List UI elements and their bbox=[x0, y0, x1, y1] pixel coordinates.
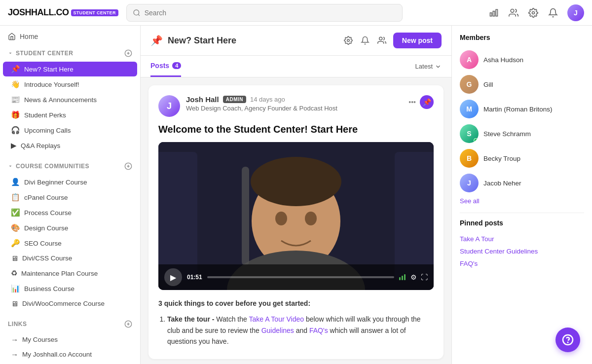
post-menu[interactable]: ••• 📌 bbox=[408, 95, 434, 109]
sidebar-item-my-courses[interactable]: → My Courses bbox=[3, 332, 137, 347]
see-all-members[interactable]: See all bbox=[460, 197, 584, 205]
people-icon[interactable] bbox=[508, 7, 519, 18]
sidebar-item-divicss[interactable]: 🖥 Divi/CSS Course bbox=[3, 251, 137, 265]
member-becky[interactable]: B Becky Troup bbox=[460, 146, 584, 171]
post-subtitle: Web Design Coach, Agency Founder & Podca… bbox=[186, 105, 403, 112]
video-player[interactable]: ▶ 01:51 ⚙ ⛶ bbox=[158, 142, 434, 290]
sidebar-item-news[interactable]: 📰 News & Announcements bbox=[3, 92, 137, 107]
post-time: 14 days ago bbox=[250, 96, 285, 103]
play-button[interactable]: ▶ bbox=[164, 268, 182, 286]
sidebar-item-label: My Courses bbox=[22, 336, 58, 343]
fullscreen-icon[interactable]: ⛶ bbox=[421, 273, 428, 281]
video-progress-bar[interactable] bbox=[207, 276, 394, 278]
svg-marker-11 bbox=[9, 166, 12, 167]
guidelines-link[interactable]: Guidelines bbox=[261, 327, 294, 334]
members-section-title: Members bbox=[460, 34, 584, 41]
sidebar-item-label: My Joshhall.co Account bbox=[22, 351, 92, 358]
add-course-icon[interactable] bbox=[124, 162, 132, 170]
new-start-icon: 📌 bbox=[11, 65, 20, 73]
help-button[interactable] bbox=[555, 328, 580, 352]
new-post-button[interactable]: New post bbox=[393, 33, 442, 48]
add-link-icon[interactable] bbox=[124, 320, 132, 328]
sidebar-item-recommended-tools[interactable]: → Josh's Recommended Tools bbox=[3, 362, 137, 364]
search-input[interactable] bbox=[145, 9, 396, 17]
svg-point-27 bbox=[305, 212, 317, 225]
sidebar-home[interactable]: Home bbox=[0, 26, 140, 44]
channel-settings-icon[interactable] bbox=[343, 35, 354, 46]
sidebar-item-label: Introduce Yourself! bbox=[24, 81, 79, 88]
video-controls[interactable]: ▶ 01:51 ⚙ ⛶ bbox=[158, 264, 434, 290]
pin-badge: 📌 bbox=[420, 95, 434, 109]
logo-badge: STUDENT CENTER bbox=[71, 9, 118, 16]
sidebar-item-maintenance[interactable]: ♻ Maintenance Plan Course bbox=[3, 266, 137, 281]
sidebar-item-label: Student Perks bbox=[24, 111, 66, 119]
nav-icons: J bbox=[488, 4, 584, 21]
logo[interactable]: JOSHHALL.CO STUDENT CENTER bbox=[8, 7, 118, 18]
post-list-item-1: Take the tour - Watch the Take A Tour Vi… bbox=[167, 314, 434, 347]
post-body: 3 quick things to cover before you get s… bbox=[158, 298, 434, 347]
channel-title-text: New? Start Here bbox=[168, 36, 236, 46]
sidebar-item-design[interactable]: 🎨 Design Course bbox=[3, 220, 137, 235]
member-gill[interactable]: G Gill bbox=[460, 72, 584, 97]
sidebar-item-upcoming-calls[interactable]: 🎧 Upcoming Calls bbox=[3, 123, 137, 138]
post-card: J Josh Hall ADMIN 14 days ago Web Design… bbox=[148, 85, 444, 359]
sidebar-item-introduce[interactable]: 👋 Introduce Yourself! bbox=[3, 77, 137, 92]
svg-point-18 bbox=[347, 39, 350, 42]
sidebar-item-business[interactable]: 📊 Business Course bbox=[3, 281, 137, 296]
news-icon: 📰 bbox=[11, 95, 20, 104]
svg-marker-7 bbox=[9, 53, 12, 54]
sidebar-item-my-account[interactable]: → My Joshhall.co Account bbox=[3, 347, 137, 362]
logo-text: JOSHHALL.CO bbox=[8, 7, 69, 18]
sidebar-item-seo[interactable]: 🔑 SEO Course bbox=[3, 236, 137, 251]
pinned-take-a-tour[interactable]: Take A Tour bbox=[460, 233, 584, 245]
user-avatar[interactable]: J bbox=[567, 4, 584, 21]
bell-icon[interactable] bbox=[548, 7, 558, 18]
member-jacob[interactable]: J Jacob Neher bbox=[460, 171, 584, 195]
member-steve[interactable]: S Steve Schramm bbox=[460, 121, 584, 146]
volume-bars bbox=[399, 274, 406, 280]
sidebar-item-process[interactable]: ✅ Process Course bbox=[3, 205, 137, 220]
pinned-faqs[interactable]: FAQ's bbox=[460, 257, 584, 270]
take-a-tour-link[interactable]: Take A Tour Video bbox=[249, 315, 304, 323]
sidebar-item-label: Divi Beginner Course bbox=[24, 179, 87, 186]
sidebar-item-cpanel[interactable]: 📋 cPanel Course bbox=[3, 190, 137, 205]
member-martin[interactable]: M Martin (Roman Britons) bbox=[460, 97, 584, 121]
sidebar-item-label: Process Course bbox=[24, 209, 72, 217]
sidebar-item-label: Q&A Replays bbox=[21, 142, 60, 149]
pinned-guidelines[interactable]: Student Center Guidelines bbox=[460, 245, 584, 257]
channel-title: 📌 New? Start Here bbox=[150, 35, 236, 46]
top-nav: JOSHHALL.CO STUDENT CENTER J bbox=[0, 0, 592, 26]
search-bar[interactable] bbox=[126, 4, 403, 22]
sort-button[interactable]: Latest bbox=[415, 63, 442, 70]
channel-header: 📌 New? Start Here New post bbox=[141, 26, 451, 56]
tab-posts-label: Posts bbox=[150, 62, 169, 70]
sidebar-item-qa-replays[interactable]: ▶ Q&A Replays bbox=[3, 138, 137, 153]
svg-point-26 bbox=[275, 212, 287, 225]
channel-actions: New post bbox=[343, 33, 442, 48]
more-options-icon[interactable]: ••• bbox=[408, 98, 416, 106]
online-indicator bbox=[474, 138, 478, 143]
post-meta: Josh Hall ADMIN 14 days ago Web Design C… bbox=[186, 95, 403, 112]
channel-bell-icon[interactable] bbox=[360, 35, 370, 46]
chart-icon[interactable] bbox=[488, 7, 499, 18]
tab-posts[interactable]: Posts 4 bbox=[150, 56, 181, 77]
perks-icon: 🎁 bbox=[11, 110, 20, 119]
member-asha[interactable]: A Asha Hudson bbox=[460, 47, 584, 72]
add-icon[interactable] bbox=[124, 49, 132, 57]
settings-icon[interactable] bbox=[528, 7, 539, 18]
sidebar-item-diviwoo[interactable]: 🖥 Divi/WooCommerce Course bbox=[3, 296, 137, 311]
chevron-down-icon bbox=[435, 63, 442, 70]
svg-rect-22 bbox=[395, 152, 434, 280]
sidebar-item-label: cPanel Course bbox=[24, 194, 68, 201]
member-avatar-gill: G bbox=[460, 75, 479, 94]
channel-members-icon[interactable] bbox=[376, 35, 387, 46]
faqs-link[interactable]: FAQ's bbox=[309, 327, 328, 334]
sidebar-item-perks[interactable]: 🎁 Student Perks bbox=[3, 108, 137, 122]
post-author-avatar: J bbox=[158, 95, 180, 117]
sidebar-item-label: New? Start Here bbox=[24, 66, 74, 73]
sidebar-item-new-start-here[interactable]: 📌 New? Start Here bbox=[3, 62, 137, 76]
video-settings[interactable]: ⚙ ⛶ bbox=[410, 273, 428, 281]
settings-gear-icon[interactable]: ⚙ bbox=[410, 273, 417, 281]
sidebar-item-label: SEO Course bbox=[24, 240, 62, 247]
sidebar-item-divi-beginner[interactable]: 👤 Divi Beginner Course bbox=[3, 175, 137, 189]
